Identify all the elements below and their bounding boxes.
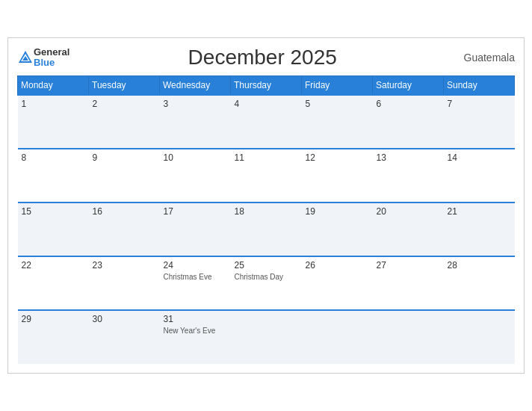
day-number: 30: [93, 314, 156, 324]
logo: General Blue: [17, 47, 69, 69]
day-cell: 7: [444, 95, 515, 149]
day-cell: 16: [89, 203, 160, 256]
day-cell: 25Christmas Day: [231, 256, 302, 310]
day-number: 31: [164, 314, 227, 324]
day-cell: 21: [444, 203, 515, 256]
day-cell: [302, 310, 373, 364]
day-cell: 28: [444, 256, 515, 310]
week-row-2: 891011121314: [18, 149, 515, 203]
week-row-5: 293031New Year's Eve: [18, 310, 515, 364]
header-sunday: Sunday: [444, 76, 515, 96]
day-cell: [373, 310, 444, 364]
day-number: 24: [164, 260, 227, 271]
day-cell: 2: [89, 95, 160, 149]
day-cell: 20: [373, 203, 444, 256]
day-number: 4: [235, 99, 298, 109]
day-number: 17: [164, 206, 227, 217]
header-wednesday: Wednesday: [160, 76, 231, 96]
day-number: 13: [377, 152, 440, 163]
calendar: General Blue December 2025 Guatemala Mon…: [7, 37, 525, 374]
day-cell: 23: [89, 256, 160, 310]
week-row-3: 15161718192021: [18, 203, 515, 256]
week-row-1: 1234567: [18, 95, 515, 149]
day-cell: 31New Year's Eve: [160, 310, 231, 364]
header-tuesday: Tuesday: [89, 76, 160, 96]
day-cell: 22: [18, 256, 89, 310]
country-label: Guatemala: [455, 52, 515, 64]
logo-general: General: [34, 47, 69, 58]
day-cell: 29: [18, 310, 89, 364]
header-monday: Monday: [18, 76, 89, 96]
day-number: 12: [306, 152, 369, 163]
day-cell: 9: [89, 149, 160, 203]
day-number: 2: [93, 99, 156, 109]
day-number: 22: [22, 260, 85, 271]
day-cell: [444, 310, 515, 364]
header-friday: Friday: [302, 76, 373, 96]
day-number: 23: [93, 260, 156, 271]
day-number: 27: [377, 260, 440, 271]
month-title: December 2025: [69, 46, 455, 69]
day-cell: 24Christmas Eve: [160, 256, 231, 310]
logo-icon: [17, 49, 34, 66]
day-number: 15: [22, 206, 85, 217]
calendar-table: Monday Tuesday Wednesday Thursday Friday…: [17, 75, 515, 364]
day-cell: 1: [18, 95, 89, 149]
day-cell: 5: [302, 95, 373, 149]
day-cell: 17: [160, 203, 231, 256]
day-cell: 27: [373, 256, 444, 310]
day-number: 29: [22, 314, 85, 324]
day-number: 21: [448, 206, 511, 217]
day-cell: 26: [302, 256, 373, 310]
day-cell: [231, 310, 302, 364]
day-cell: 11: [231, 149, 302, 203]
day-number: 11: [235, 152, 298, 163]
day-number: 7: [448, 99, 511, 109]
day-cell: 13: [373, 149, 444, 203]
day-number: 3: [164, 99, 227, 109]
day-cell: 18: [231, 203, 302, 256]
day-cell: 3: [160, 95, 231, 149]
holiday-label: Christmas Eve: [164, 272, 227, 282]
day-number: 6: [377, 99, 440, 109]
day-cell: 30: [89, 310, 160, 364]
day-cell: 8: [18, 149, 89, 203]
day-cell: 15: [18, 203, 89, 256]
day-number: 16: [93, 206, 156, 217]
weekday-header-row: Monday Tuesday Wednesday Thursday Friday…: [18, 76, 515, 96]
logo-text: General Blue: [34, 47, 69, 69]
day-number: 10: [164, 152, 227, 163]
header-thursday: Thursday: [231, 76, 302, 96]
holiday-label: Christmas Day: [235, 272, 298, 282]
day-number: 14: [448, 152, 511, 163]
day-number: 18: [235, 206, 298, 217]
day-number: 20: [377, 206, 440, 217]
day-number: 28: [448, 260, 511, 271]
holiday-label: New Year's Eve: [164, 326, 227, 336]
day-cell: 14: [444, 149, 515, 203]
day-number: 26: [306, 260, 369, 271]
header-saturday: Saturday: [373, 76, 444, 96]
day-number: 1: [22, 99, 85, 109]
day-number: 19: [306, 206, 369, 217]
day-cell: 12: [302, 149, 373, 203]
day-number: 9: [93, 152, 156, 163]
day-number: 25: [235, 260, 298, 271]
week-row-4: 222324Christmas Eve25Christmas Day262728: [18, 256, 515, 310]
day-cell: 4: [231, 95, 302, 149]
day-number: 8: [22, 152, 85, 163]
day-cell: 10: [160, 149, 231, 203]
calendar-body: 123456789101112131415161718192021222324C…: [18, 95, 515, 364]
day-cell: 6: [373, 95, 444, 149]
day-number: 5: [306, 99, 369, 109]
logo-blue: Blue: [34, 58, 69, 68]
day-cell: 19: [302, 203, 373, 256]
calendar-header: General Blue December 2025 Guatemala: [17, 46, 515, 69]
